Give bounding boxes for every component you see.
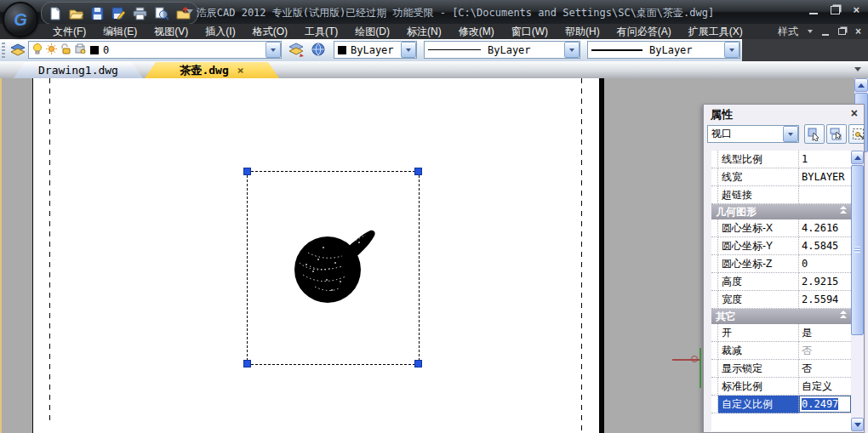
property-value[interactable]: 0 [799, 255, 851, 273]
grip-bottom-right[interactable] [414, 360, 422, 367]
properties-close-icon[interactable]: × [851, 106, 858, 120]
linetype-combo-chevron-icon[interactable] [564, 42, 580, 58]
sun-icon[interactable] [46, 43, 57, 57]
toggle-pickadd-icon[interactable] [848, 124, 865, 144]
doc-restore-button[interactable] [838, 28, 846, 35]
menu-item-12[interactable]: 有问必答(A) [608, 25, 680, 39]
layer-manager-icon[interactable] [8, 41, 27, 59]
property-value[interactable]: 否 [799, 342, 851, 360]
object-type-combo[interactable]: 视口 [707, 125, 799, 143]
lineweight-combo-chevron-icon[interactable] [724, 42, 740, 58]
open-file-icon[interactable] [69, 7, 83, 20]
property-row[interactable]: 裁减否 [711, 342, 851, 360]
collapse-chevron-icon[interactable] [840, 206, 847, 214]
property-value-editbox[interactable]: 0.2497 [799, 396, 851, 413]
new-file-icon[interactable] [49, 7, 61, 20]
doc-minimize-button[interactable] [822, 28, 829, 36]
minimize-button[interactable] [809, 5, 818, 14]
property-value[interactable]: 2.9215 [799, 273, 851, 291]
unlock-icon[interactable] [60, 43, 71, 57]
grip-top-left[interactable] [243, 168, 251, 175]
property-row[interactable]: 开是 [711, 324, 851, 342]
document-tab-1[interactable]: Drawing1.dwg [14, 62, 143, 78]
menu-item-2[interactable]: 编辑(E) [94, 25, 146, 39]
object-type-chevron-icon[interactable] [783, 126, 798, 142]
menu-item-6[interactable]: 工具(T) [296, 25, 346, 39]
property-row[interactable]: 圆心坐标-X4.2616 [711, 219, 851, 237]
property-label: 高度 [718, 273, 799, 291]
property-value[interactable]: BYLAYER [799, 168, 851, 186]
property-value[interactable]: 1 [799, 151, 851, 168]
properties-scrollbar-thumb[interactable] [851, 165, 864, 335]
menu-item-7[interactable]: 绘图(D) [346, 25, 398, 39]
menu-item-5[interactable]: 格式(O) [244, 25, 296, 39]
property-value[interactable]: 4.2616 [799, 219, 851, 237]
property-row[interactable]: 宽度2.5594 [711, 291, 851, 309]
document-tab-2[interactable]: 茶壶.dwg× [145, 62, 279, 78]
collapse-chevron-icon[interactable] [840, 311, 847, 318]
property-section-header[interactable]: 其它 [711, 309, 851, 324]
close-button[interactable]: × [853, 5, 859, 14]
toolbar-drag-handle[interactable] [2, 43, 5, 58]
row-gutter [711, 237, 718, 255]
property-row[interactable]: 线型比例1 [711, 151, 851, 168]
color-combo-chevron-icon[interactable] [401, 42, 416, 58]
layer-combo-chevron-icon[interactable] [266, 42, 281, 58]
layer-states-icon[interactable] [308, 41, 328, 59]
grip-bottom-left[interactable] [243, 360, 251, 367]
restore-button[interactable] [831, 6, 840, 14]
style-menu[interactable]: 样式 [778, 25, 798, 39]
property-value[interactable]: 否 [799, 360, 851, 378]
bulb-icon[interactable] [32, 43, 43, 57]
color-combo[interactable]: ByLayer [334, 41, 417, 59]
property-row[interactable]: 高度2.9215 [711, 273, 851, 291]
plot-icon[interactable] [75, 43, 87, 56]
quick-select-icon[interactable] [804, 124, 825, 144]
linetype-combo[interactable]: ByLayer [424, 41, 580, 59]
property-label: 线宽 [718, 168, 799, 186]
lineweight-combo[interactable]: ByLayer [587, 41, 740, 59]
scroll-up-icon[interactable] [854, 78, 868, 92]
paper-margin-left [49, 78, 50, 423]
properties-scrollbar[interactable] [851, 151, 864, 431]
select-objects-icon[interactable] [826, 124, 847, 144]
property-row[interactable]: 圆心坐标-Y4.5845 [711, 237, 851, 255]
property-value[interactable]: 0.2497 [799, 396, 851, 413]
tab-overflow-icon[interactable] [854, 67, 861, 71]
property-value[interactable]: 自定义 [799, 378, 851, 396]
scroll-down-icon[interactable] [851, 418, 864, 431]
doc-close-button[interactable]: × [855, 27, 861, 36]
property-value[interactable]: 4.5845 [799, 237, 851, 255]
menu-item-9[interactable]: 修改(M) [450, 25, 503, 39]
property-row[interactable]: 标准比例自定义 [711, 378, 851, 396]
layer-color-swatch [90, 46, 99, 54]
menu-item-4[interactable]: 插入(I) [197, 25, 243, 39]
property-row[interactable]: 圆心坐标-Z0 [711, 255, 851, 273]
property-row[interactable]: 超链接 [711, 186, 851, 204]
app-logo-icon[interactable]: G [3, 2, 38, 37]
linetype-value: ByLayer [488, 44, 531, 56]
layer-previous-icon[interactable] [287, 41, 306, 59]
property-row[interactable]: 显示锁定否 [711, 360, 851, 378]
menu-item-13[interactable]: 扩展工具(X) [680, 25, 751, 39]
scroll-up-icon[interactable] [851, 151, 864, 164]
menu-item-1[interactable]: 文件(F) [44, 25, 94, 39]
menu-item-3[interactable]: 视图(V) [146, 25, 197, 39]
title-bar: G 浩辰CAD 2012 专业版(试用版)已经过期 功能受限 - [C:\Doc… [0, 0, 868, 24]
property-label: 圆心坐标-X [718, 219, 799, 237]
property-row[interactable]: 自定义比例0.2497 [711, 396, 851, 413]
property-row[interactable]: 线宽BYLAYER [711, 168, 851, 186]
property-value[interactable]: 2.5594 [799, 291, 851, 309]
property-value[interactable]: 是 [799, 324, 851, 342]
teapot-drawing[interactable] [289, 227, 379, 308]
menu-item-8[interactable]: 标注(N) [398, 25, 450, 39]
menu-item-10[interactable]: 窗口(W) [503, 25, 557, 39]
tab-close-icon[interactable]: × [237, 64, 244, 77]
menu-item-11[interactable]: 帮助(H) [557, 25, 608, 39]
style-chevron-icon[interactable] [808, 30, 813, 33]
layer-combo[interactable]: 0 [28, 41, 282, 59]
property-value[interactable] [799, 186, 851, 204]
property-section-header[interactable]: 几何图形 [711, 204, 851, 219]
grip-top-right[interactable] [414, 168, 422, 175]
linetype-sample [428, 49, 481, 50]
